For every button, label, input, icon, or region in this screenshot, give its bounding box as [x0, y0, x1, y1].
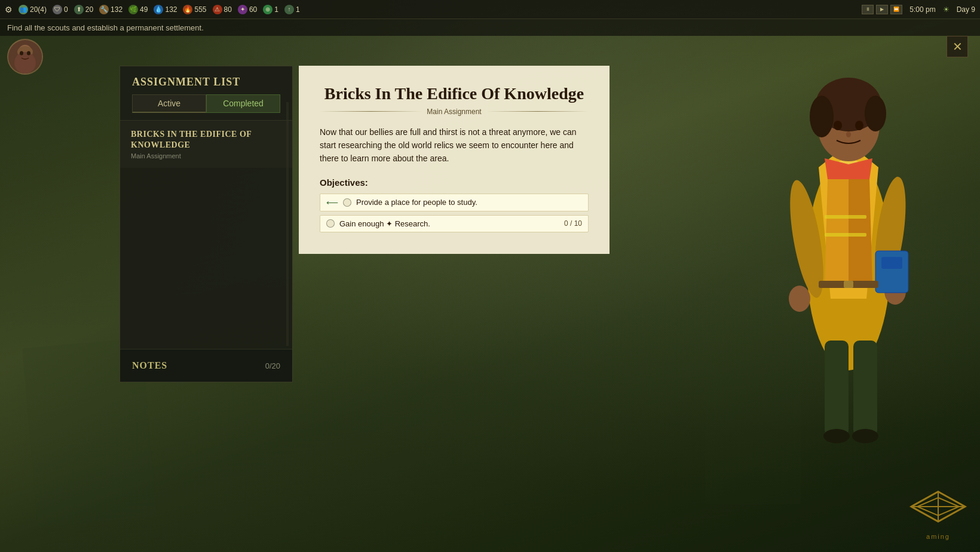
- objective-item-1: ⟵ Provide a place for people to study.: [320, 194, 589, 211]
- resource-arrow: ↑ 1: [284, 5, 300, 14]
- portrait-image: [8, 40, 42, 73]
- character-illustration: [765, 48, 932, 466]
- svg-point-15: [846, 131, 851, 137]
- notification-bar: Find all the scouts and establish a perm…: [0, 19, 980, 36]
- svg-point-4: [20, 51, 23, 56]
- hud-bar: ⚙ 👥 20(4) 🛡 0 ⬆ 20 🔧 132 🌿 49 💧 132 🔥: [0, 0, 980, 19]
- arrow-up-icon: ↑: [284, 5, 294, 14]
- resource-fire: 🔥 555: [183, 5, 206, 14]
- play-button[interactable]: ▶: [876, 5, 888, 14]
- resource-circle: ⊕ 1: [263, 5, 278, 14]
- detail-title-area: Bricks in the Edifice of Knowledge Main …: [320, 84, 589, 116]
- hud-right: ⏸ ▶ ⏩ 5:00 pm ☀ Day 9: [862, 5, 975, 14]
- svg-point-11: [810, 96, 834, 137]
- notes-label: Notes: [132, 360, 167, 371]
- time-display: 5:00 pm: [909, 5, 935, 14]
- logo-text: aming: [908, 533, 968, 540]
- detail-subtitle: Main Assignment: [427, 108, 481, 116]
- objective-1-text: Provide a place for people to study.: [356, 198, 582, 207]
- people-icon: 👥: [19, 5, 28, 14]
- objective-2-progress: 0 / 10: [564, 219, 582, 228]
- resource-star: ✦ 60: [238, 5, 257, 14]
- svg-point-25: [852, 429, 878, 443]
- logo-area: aming: [908, 489, 968, 540]
- circle-icon: ⊕: [263, 5, 272, 14]
- svg-rect-29: [825, 233, 866, 237]
- detail-title: Bricks in the Edifice of Knowledge: [320, 84, 589, 104]
- tab-row: Active Completed: [132, 94, 280, 113]
- tools-icon: 🔧: [99, 5, 109, 14]
- resource-water: 💧 132: [154, 5, 177, 14]
- resource-herbs: 🌿 49: [128, 5, 148, 14]
- day-icon: ☀: [943, 5, 950, 14]
- star-icon: ✦: [238, 5, 247, 14]
- objective-checkbox-2: [326, 219, 335, 228]
- detail-panel: Bricks in the Edifice of Knowledge Main …: [299, 66, 610, 254]
- panel-header: Assignment List Active Completed: [120, 66, 292, 121]
- scrollbar[interactable]: [286, 102, 289, 346]
- svg-point-3: [14, 52, 36, 73]
- svg-point-12: [865, 96, 886, 131]
- logo-icon: [908, 489, 968, 530]
- svg-point-18: [789, 286, 810, 312]
- assignment-item-subtitle: Main Assignment: [131, 152, 281, 160]
- obj-1-marker: ⟵: [326, 198, 338, 207]
- character-portrait[interactable]: [7, 39, 43, 75]
- assignment-panel: Assignment List Active Completed Bricks …: [120, 66, 293, 382]
- detail-body-text: Now that our bellies are full and thirst…: [320, 125, 589, 165]
- detail-subtitle-row: Main Assignment: [320, 108, 589, 116]
- resource-shield: 🛡 0: [53, 5, 68, 14]
- assignment-list-item[interactable]: Bricks in the Edifice of Knowledge Main …: [120, 121, 292, 168]
- pause-button[interactable]: ⏸: [862, 5, 874, 14]
- divider-right: [486, 111, 589, 112]
- divider-left: [320, 111, 422, 112]
- svg-rect-21: [881, 257, 902, 269]
- svg-point-13: [834, 121, 842, 130]
- objectives-label: Objectives:: [320, 177, 589, 188]
- resource-people: 👥 20(4): [19, 5, 47, 14]
- objective-item-2: Gain enough ✦ Research. 0 / 10: [320, 215, 589, 232]
- objective-checkbox-1: [343, 198, 351, 207]
- fast-forward-button[interactable]: ⏩: [890, 5, 902, 14]
- settings-icon[interactable]: ⚙: [5, 5, 13, 14]
- hud-resources: ⚙ 👥 20(4) 🛡 0 ⬆ 20 🔧 132 🌿 49 💧 132 🔥: [5, 5, 300, 14]
- panel-title: Assignment List: [132, 76, 280, 88]
- svg-rect-23: [853, 341, 877, 436]
- svg-point-24: [823, 429, 850, 443]
- resource-tools: 🔧 132: [99, 5, 122, 14]
- objective-arrow-icon: ⟵: [326, 198, 338, 207]
- fire-icon: 🔥: [183, 5, 192, 14]
- svg-point-5: [27, 51, 30, 56]
- resource-morale: ⬆ 20: [74, 5, 93, 14]
- objective-2-text: Gain enough ✦ Research.: [339, 219, 559, 228]
- svg-rect-22: [825, 341, 849, 436]
- morale-icon: ⬆: [74, 5, 84, 14]
- svg-rect-27: [844, 281, 853, 288]
- resource-danger: ⚠ 80: [213, 5, 232, 14]
- tab-completed[interactable]: Completed: [206, 94, 280, 113]
- assignment-item-title: Bricks in the Edifice of Knowledge: [131, 129, 281, 151]
- notification-text: Find all the scouts and establish a perm…: [7, 23, 204, 32]
- notes-count: 0/20: [265, 361, 280, 370]
- playback-controls: ⏸ ▶ ⏩: [862, 5, 902, 14]
- character-figure: [771, 48, 926, 454]
- tab-active[interactable]: Active: [132, 94, 206, 113]
- shield-icon: 🛡: [53, 5, 62, 14]
- close-button[interactable]: ✕: [947, 36, 968, 57]
- svg-point-14: [855, 121, 863, 130]
- herbs-icon: 🌿: [128, 5, 138, 14]
- danger-icon: ⚠: [213, 5, 222, 14]
- svg-rect-28: [825, 215, 866, 219]
- day-display: Day 9: [957, 5, 975, 14]
- panel-footer: Notes 0/20: [120, 349, 292, 382]
- water-icon: 💧: [154, 5, 163, 14]
